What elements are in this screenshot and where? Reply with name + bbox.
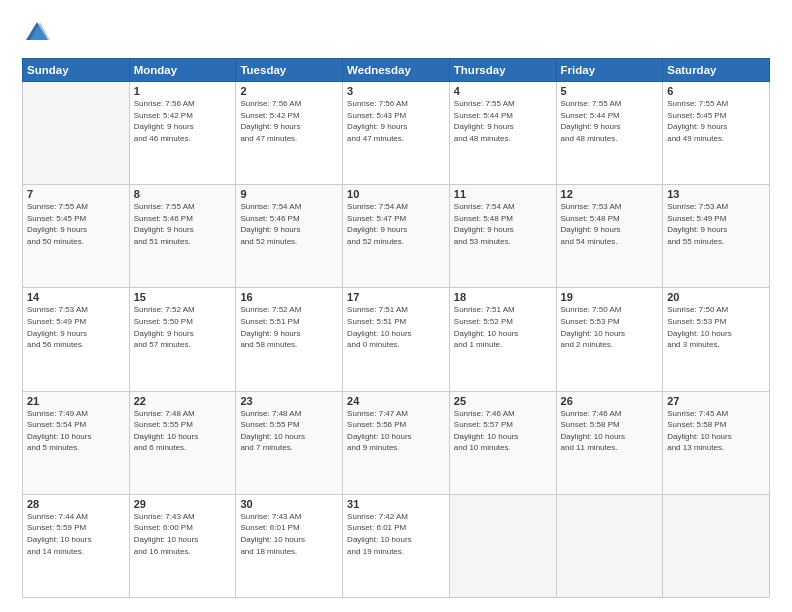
day-info: Sunrise: 7:56 AM Sunset: 5:42 PM Dayligh… (240, 98, 338, 144)
day-info: Sunrise: 7:54 AM Sunset: 5:46 PM Dayligh… (240, 201, 338, 247)
day-info: Sunrise: 7:51 AM Sunset: 5:51 PM Dayligh… (347, 304, 445, 350)
day-cell: 17Sunrise: 7:51 AM Sunset: 5:51 PM Dayli… (343, 288, 450, 391)
day-info: Sunrise: 7:46 AM Sunset: 5:58 PM Dayligh… (561, 408, 659, 454)
day-number: 18 (454, 291, 552, 303)
day-cell: 10Sunrise: 7:54 AM Sunset: 5:47 PM Dayli… (343, 185, 450, 288)
day-number: 14 (27, 291, 125, 303)
logo (22, 18, 56, 48)
day-info: Sunrise: 7:44 AM Sunset: 5:59 PM Dayligh… (27, 511, 125, 557)
day-info: Sunrise: 7:48 AM Sunset: 5:55 PM Dayligh… (134, 408, 232, 454)
day-info: Sunrise: 7:52 AM Sunset: 5:50 PM Dayligh… (134, 304, 232, 350)
day-cell: 12Sunrise: 7:53 AM Sunset: 5:48 PM Dayli… (556, 185, 663, 288)
day-cell: 28Sunrise: 7:44 AM Sunset: 5:59 PM Dayli… (23, 494, 130, 597)
day-cell (23, 82, 130, 185)
day-cell: 31Sunrise: 7:42 AM Sunset: 6:01 PM Dayli… (343, 494, 450, 597)
day-info: Sunrise: 7:50 AM Sunset: 5:53 PM Dayligh… (561, 304, 659, 350)
day-number: 11 (454, 188, 552, 200)
day-header-monday: Monday (129, 59, 236, 82)
day-info: Sunrise: 7:53 AM Sunset: 5:49 PM Dayligh… (27, 304, 125, 350)
day-cell: 11Sunrise: 7:54 AM Sunset: 5:48 PM Dayli… (449, 185, 556, 288)
day-cell: 25Sunrise: 7:46 AM Sunset: 5:57 PM Dayli… (449, 391, 556, 494)
day-header-tuesday: Tuesday (236, 59, 343, 82)
day-cell: 26Sunrise: 7:46 AM Sunset: 5:58 PM Dayli… (556, 391, 663, 494)
day-number: 25 (454, 395, 552, 407)
day-number: 9 (240, 188, 338, 200)
day-number: 21 (27, 395, 125, 407)
day-info: Sunrise: 7:43 AM Sunset: 6:00 PM Dayligh… (134, 511, 232, 557)
day-cell: 1Sunrise: 7:56 AM Sunset: 5:42 PM Daylig… (129, 82, 236, 185)
day-cell (663, 494, 770, 597)
day-number: 7 (27, 188, 125, 200)
day-header-saturday: Saturday (663, 59, 770, 82)
day-number: 16 (240, 291, 338, 303)
day-cell: 19Sunrise: 7:50 AM Sunset: 5:53 PM Dayli… (556, 288, 663, 391)
day-header-thursday: Thursday (449, 59, 556, 82)
day-info: Sunrise: 7:48 AM Sunset: 5:55 PM Dayligh… (240, 408, 338, 454)
day-info: Sunrise: 7:47 AM Sunset: 5:56 PM Dayligh… (347, 408, 445, 454)
day-header-sunday: Sunday (23, 59, 130, 82)
day-number: 6 (667, 85, 765, 97)
day-header-wednesday: Wednesday (343, 59, 450, 82)
day-cell: 13Sunrise: 7:53 AM Sunset: 5:49 PM Dayli… (663, 185, 770, 288)
day-info: Sunrise: 7:52 AM Sunset: 5:51 PM Dayligh… (240, 304, 338, 350)
day-number: 26 (561, 395, 659, 407)
day-cell: 23Sunrise: 7:48 AM Sunset: 5:55 PM Dayli… (236, 391, 343, 494)
day-info: Sunrise: 7:51 AM Sunset: 5:52 PM Dayligh… (454, 304, 552, 350)
day-cell: 6Sunrise: 7:55 AM Sunset: 5:45 PM Daylig… (663, 82, 770, 185)
day-cell: 30Sunrise: 7:43 AM Sunset: 6:01 PM Dayli… (236, 494, 343, 597)
page: SundayMondayTuesdayWednesdayThursdayFrid… (0, 0, 792, 612)
day-number: 4 (454, 85, 552, 97)
day-header-friday: Friday (556, 59, 663, 82)
day-number: 1 (134, 85, 232, 97)
calendar-table: SundayMondayTuesdayWednesdayThursdayFrid… (22, 58, 770, 598)
day-info: Sunrise: 7:53 AM Sunset: 5:49 PM Dayligh… (667, 201, 765, 247)
day-cell: 21Sunrise: 7:49 AM Sunset: 5:54 PM Dayli… (23, 391, 130, 494)
day-number: 2 (240, 85, 338, 97)
day-number: 19 (561, 291, 659, 303)
days-header-row: SundayMondayTuesdayWednesdayThursdayFrid… (23, 59, 770, 82)
day-cell (556, 494, 663, 597)
day-info: Sunrise: 7:55 AM Sunset: 5:45 PM Dayligh… (667, 98, 765, 144)
day-number: 30 (240, 498, 338, 510)
week-row-4: 21Sunrise: 7:49 AM Sunset: 5:54 PM Dayli… (23, 391, 770, 494)
day-info: Sunrise: 7:42 AM Sunset: 6:01 PM Dayligh… (347, 511, 445, 557)
day-number: 28 (27, 498, 125, 510)
day-info: Sunrise: 7:43 AM Sunset: 6:01 PM Dayligh… (240, 511, 338, 557)
day-cell: 29Sunrise: 7:43 AM Sunset: 6:00 PM Dayli… (129, 494, 236, 597)
day-cell: 7Sunrise: 7:55 AM Sunset: 5:45 PM Daylig… (23, 185, 130, 288)
logo-icon (22, 18, 52, 48)
day-info: Sunrise: 7:46 AM Sunset: 5:57 PM Dayligh… (454, 408, 552, 454)
day-cell: 8Sunrise: 7:55 AM Sunset: 5:46 PM Daylig… (129, 185, 236, 288)
day-info: Sunrise: 7:56 AM Sunset: 5:43 PM Dayligh… (347, 98, 445, 144)
day-number: 29 (134, 498, 232, 510)
day-number: 24 (347, 395, 445, 407)
day-number: 23 (240, 395, 338, 407)
day-number: 27 (667, 395, 765, 407)
week-row-3: 14Sunrise: 7:53 AM Sunset: 5:49 PM Dayli… (23, 288, 770, 391)
day-cell: 15Sunrise: 7:52 AM Sunset: 5:50 PM Dayli… (129, 288, 236, 391)
day-cell (449, 494, 556, 597)
day-number: 22 (134, 395, 232, 407)
day-number: 17 (347, 291, 445, 303)
day-number: 8 (134, 188, 232, 200)
day-cell: 3Sunrise: 7:56 AM Sunset: 5:43 PM Daylig… (343, 82, 450, 185)
day-number: 5 (561, 85, 659, 97)
day-cell: 27Sunrise: 7:45 AM Sunset: 5:58 PM Dayli… (663, 391, 770, 494)
day-cell: 20Sunrise: 7:50 AM Sunset: 5:53 PM Dayli… (663, 288, 770, 391)
day-cell: 24Sunrise: 7:47 AM Sunset: 5:56 PM Dayli… (343, 391, 450, 494)
day-info: Sunrise: 7:49 AM Sunset: 5:54 PM Dayligh… (27, 408, 125, 454)
day-number: 31 (347, 498, 445, 510)
day-number: 3 (347, 85, 445, 97)
day-number: 15 (134, 291, 232, 303)
header (22, 18, 770, 48)
day-info: Sunrise: 7:54 AM Sunset: 5:47 PM Dayligh… (347, 201, 445, 247)
day-number: 10 (347, 188, 445, 200)
day-number: 13 (667, 188, 765, 200)
day-cell: 14Sunrise: 7:53 AM Sunset: 5:49 PM Dayli… (23, 288, 130, 391)
day-cell: 18Sunrise: 7:51 AM Sunset: 5:52 PM Dayli… (449, 288, 556, 391)
day-info: Sunrise: 7:55 AM Sunset: 5:46 PM Dayligh… (134, 201, 232, 247)
week-row-5: 28Sunrise: 7:44 AM Sunset: 5:59 PM Dayli… (23, 494, 770, 597)
day-info: Sunrise: 7:56 AM Sunset: 5:42 PM Dayligh… (134, 98, 232, 144)
day-info: Sunrise: 7:54 AM Sunset: 5:48 PM Dayligh… (454, 201, 552, 247)
day-number: 12 (561, 188, 659, 200)
